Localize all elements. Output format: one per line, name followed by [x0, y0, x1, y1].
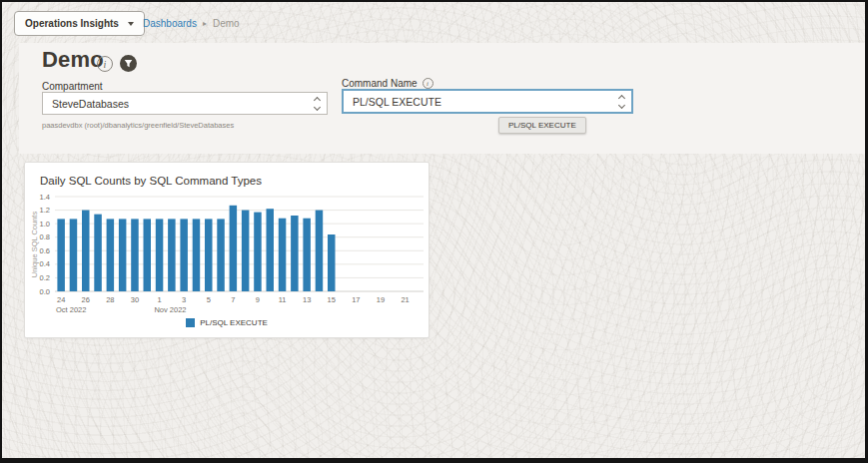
page-title: Demo [42, 47, 104, 73]
legend-swatch [186, 318, 195, 327]
dashboard-header-panel: Demo i Compartment SteveDatabases paasde… [19, 43, 865, 154]
filter-icon[interactable] [120, 55, 137, 72]
info-icon[interactable]: i [97, 56, 113, 72]
svg-text:26: 26 [82, 295, 90, 304]
svg-text:7: 7 [231, 295, 235, 304]
svg-text:1.4: 1.4 [40, 193, 50, 202]
command-name-label-row: Command Name i [342, 78, 434, 89]
app-window: Operations Insights Dashboards ▸ Demo De… [0, 0, 868, 463]
svg-text:19: 19 [377, 295, 385, 304]
svg-text:9: 9 [256, 295, 260, 304]
svg-text:1.0: 1.0 [40, 220, 50, 229]
command-name-tooltip: PL/SQL EXECUTE [498, 117, 586, 134]
compartment-select[interactable]: SteveDatabases [42, 92, 328, 115]
select-stepper-icon [315, 98, 320, 110]
breadcrumb: Dashboards ▸ Demo [143, 2, 240, 44]
svg-text:0.2: 0.2 [40, 273, 50, 282]
svg-text:13: 13 [303, 295, 311, 304]
select-stepper-icon [619, 96, 624, 108]
svg-text:24: 24 [57, 295, 65, 304]
chart-legend: PL/SQL EXECUTE [25, 318, 429, 327]
legend-label: PL/SQL EXECUTE [200, 318, 268, 327]
app-switcher-button[interactable]: Operations Insights [14, 11, 145, 36]
breadcrumb-link-dashboards[interactable]: Dashboards [143, 18, 197, 29]
svg-text:0.6: 0.6 [40, 246, 50, 255]
svg-text:1: 1 [157, 295, 161, 304]
svg-text:28: 28 [106, 295, 114, 304]
funnel-glyph [123, 58, 134, 69]
svg-text:17: 17 [352, 295, 360, 304]
svg-text:3: 3 [182, 295, 186, 304]
svg-text:15: 15 [328, 295, 336, 304]
chart-card: Daily SQL Counts by SQL Command Types 0.… [24, 162, 430, 338]
compartment-label: Compartment [42, 81, 103, 92]
command-name-select-value: PL/SQL EXECUTE [353, 96, 441, 108]
command-info-icon[interactable]: i [423, 78, 434, 89]
svg-text:5: 5 [207, 295, 211, 304]
command-name-select[interactable]: PL/SQL EXECUTE [342, 89, 633, 114]
caret-down-icon [128, 22, 134, 26]
svg-text:21: 21 [401, 295, 409, 304]
breadcrumb-current: Demo [213, 18, 240, 29]
breadcrumb-separator-icon: ▸ [203, 19, 207, 28]
command-name-label: Command Name [342, 78, 418, 89]
svg-text:0.0: 0.0 [40, 287, 50, 296]
svg-text:11: 11 [279, 295, 287, 304]
svg-text:Oct 2022: Oct 2022 [56, 305, 86, 314]
svg-text:0.8: 0.8 [40, 232, 50, 241]
bar-chart-svg[interactable]: 0.00.20.40.60.81.01.21.42426283013579111… [29, 190, 427, 315]
chart-title: Daily SQL Counts by SQL Command Types [40, 175, 262, 187]
svg-text:Nov 2022: Nov 2022 [154, 305, 186, 314]
app-switcher-label: Operations Insights [25, 18, 119, 29]
svg-text:0.4: 0.4 [40, 259, 50, 268]
svg-text:Unique SQL Counts: Unique SQL Counts [30, 212, 39, 278]
compartment-select-value: SteveDatabases [52, 98, 129, 110]
svg-text:30: 30 [131, 295, 139, 304]
svg-text:1.2: 1.2 [40, 206, 50, 215]
compartment-path-helper: paasdevdbx (root)/dbanalytics/greenfield… [42, 121, 234, 130]
